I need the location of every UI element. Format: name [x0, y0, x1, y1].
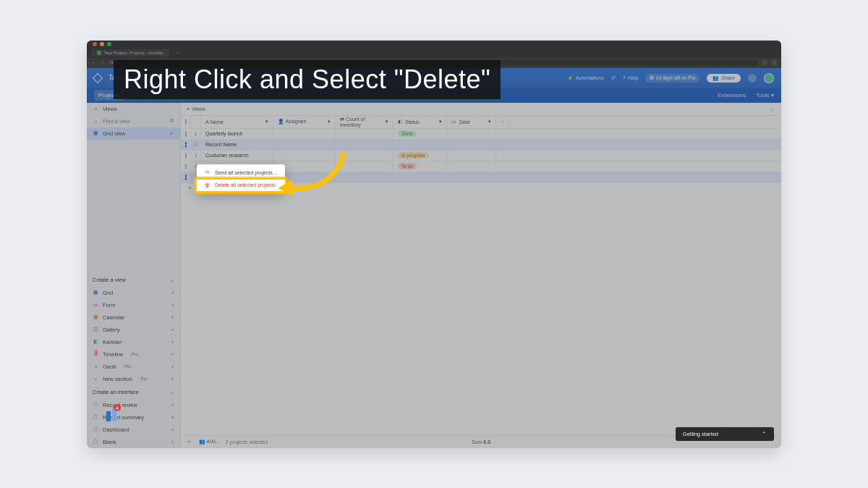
select-all-checkbox[interactable] — [181, 116, 191, 128]
create-view-new-section[interactable]: ▪New sectionPro+ — [87, 373, 180, 385]
interface-icon: ▢ — [93, 439, 99, 445]
cell-date[interactable] — [447, 140, 496, 150]
cell-date[interactable] — [447, 129, 496, 139]
back-icon[interactable]: ← — [91, 60, 96, 65]
col-name[interactable]: A Name▾ — [201, 116, 273, 128]
cell-count[interactable] — [336, 129, 393, 139]
menu-send-selected[interactable]: ✉ Send all selected projects… — [197, 167, 285, 179]
create-interface-record-review[interactable]: ▢Record review+ — [87, 399, 180, 411]
sidebar-item-grid-view[interactable]: ▦ Grid view ✓ — [87, 127, 180, 140]
search-icon[interactable]: ⌕ — [769, 106, 775, 112]
pro-badge: Pro — [129, 351, 141, 357]
extension-icon[interactable] — [762, 60, 767, 65]
calendar-icon: ▦ — [93, 314, 99, 321]
trial-chip[interactable]: ✪ 14 days left on Pro — [645, 74, 699, 83]
create-interface-dashboard[interactable]: ▢Dashboard+ — [87, 424, 180, 436]
row-checkbox[interactable] — [181, 129, 191, 139]
create-view-form[interactable]: ▭Form+ — [87, 299, 180, 311]
col-count-inventory[interactable]: ⇄ Count of Inventory▾ — [336, 116, 393, 128]
trash-icon: 🗑 — [204, 182, 210, 188]
cell-count[interactable] — [336, 172, 393, 182]
create-view-timeline[interactable]: ≣TimelinePro+ — [87, 348, 180, 361]
maximize-window-icon[interactable] — [107, 42, 111, 46]
extensions-link[interactable]: Extensions — [718, 92, 746, 98]
col-assignee[interactable]: 👤 Assignee▾ — [273, 116, 336, 128]
form-icon: ▭ — [93, 302, 99, 308]
create-view-kanban[interactable]: ◧Kanban+ — [87, 336, 180, 348]
cell-name[interactable]: Record Name — [201, 140, 273, 150]
tab-title: Test Project: Projects - Airtable — [104, 51, 163, 55]
table-row[interactable]: 1Quarterly launchDone — [181, 129, 781, 140]
cell-status[interactable]: To do — [393, 161, 447, 172]
minimize-window-icon[interactable] — [100, 42, 104, 46]
plus-icon: + — [171, 314, 174, 321]
menu-icon: ≡ — [93, 106, 99, 112]
cell-status[interactable]: In progress — [393, 151, 447, 161]
cell-count[interactable] — [336, 140, 393, 150]
cell-date[interactable] — [447, 151, 496, 161]
cell-name[interactable]: Quarterly launch — [201, 129, 273, 139]
cell-date[interactable] — [447, 161, 496, 172]
views-header[interactable]: ≡ Views — [87, 103, 180, 115]
cell-status[interactable]: Done — [393, 129, 447, 139]
status-badge: In progress — [398, 152, 429, 159]
create-interface-header[interactable]: Create an interface ⌄ — [87, 385, 180, 399]
add-record-button[interactable]: ＋ — [187, 438, 192, 445]
cell-assignee[interactable] — [273, 151, 336, 161]
gear-icon[interactable]: ⚙ — [168, 118, 174, 125]
gantt-icon: ≡ — [93, 363, 99, 370]
cell-status[interactable] — [393, 172, 447, 182]
summary-sum[interactable]: Sum 0.0 — [472, 439, 490, 445]
create-view-calendar[interactable]: ▦Calendar+ — [87, 311, 180, 324]
plus-icon: + — [171, 290, 174, 296]
gallery-icon: ◫ — [93, 327, 99, 333]
table-row[interactable]: 3Customer researchIn progress — [181, 151, 781, 161]
chevron-down-icon: ⌄ — [169, 389, 174, 395]
help-link[interactable]: ? Help — [623, 75, 638, 80]
row-checkbox[interactable] — [181, 140, 191, 150]
create-view-gallery[interactable]: ◫Gallery+ — [87, 324, 180, 336]
chevron-down-icon: ▾ — [386, 119, 388, 125]
add-field-button[interactable]: ＋ — [496, 116, 509, 128]
plus-icon: + — [171, 414, 174, 421]
notifications-icon[interactable] — [748, 74, 757, 83]
avatar[interactable] — [764, 73, 774, 83]
profile-icon[interactable] — [772, 60, 777, 65]
cell-assignee[interactable] — [273, 140, 336, 150]
row-checkbox[interactable] — [181, 151, 191, 161]
base-logo-icon[interactable] — [93, 72, 103, 83]
plus-icon: + — [171, 327, 174, 333]
row-checkbox[interactable] — [181, 161, 191, 172]
menu-delete-selected[interactable]: 🗑 Delete all selected projects — [197, 179, 285, 191]
browser-tab[interactable]: Test Project: Projects - Airtable — [91, 49, 169, 56]
create-interface-record-summary[interactable]: ▢Record summary+ — [87, 411, 180, 424]
col-date[interactable]: ▭ Date ▾ — [447, 116, 496, 128]
cell-date[interactable] — [447, 172, 496, 182]
find-view-search[interactable]: ⌕ Find a view ⚙ — [87, 115, 180, 127]
cell-count[interactable] — [336, 161, 393, 172]
add-menu[interactable]: 👥 Add... — [199, 439, 220, 445]
cell-assignee[interactable] — [273, 129, 336, 139]
tools-link[interactable]: Tools ▾ — [756, 92, 774, 98]
create-view-grid[interactable]: ▦Grid+ — [87, 287, 180, 299]
forward-icon[interactable]: → — [101, 60, 106, 65]
create-view-gantt[interactable]: ≡GanttPro+ — [87, 361, 180, 373]
automations-link[interactable]: ⚡ Automations — [567, 75, 604, 81]
share-button[interactable]: 👥 Share — [707, 74, 741, 83]
close-window-icon[interactable] — [93, 42, 97, 46]
getting-started-panel[interactable]: Getting started ⌃ — [676, 427, 774, 441]
cell-count[interactable] — [336, 151, 393, 161]
watermark-logo: 4 — [105, 405, 119, 423]
cell-status[interactable] — [393, 140, 447, 150]
table-row[interactable]: 2Record Name — [181, 140, 781, 151]
new-tab-button[interactable]: + — [174, 49, 183, 56]
history-icon[interactable]: ↺ — [611, 75, 616, 81]
row-checkbox[interactable] — [181, 172, 191, 182]
views-toggle[interactable]: ≡ Views — [187, 106, 205, 112]
col-status[interactable]: ◐ Status ▾ — [393, 116, 447, 128]
create-view-header[interactable]: Create a view ⌄ — [87, 273, 180, 287]
plus-icon: + — [171, 376, 174, 382]
context-menu: ✉ Send all selected projects… 🗑 Delete a… — [197, 164, 285, 193]
create-interface-blank[interactable]: ▢Blank+ — [87, 436, 180, 448]
cell-name[interactable]: Customer research — [201, 151, 273, 161]
